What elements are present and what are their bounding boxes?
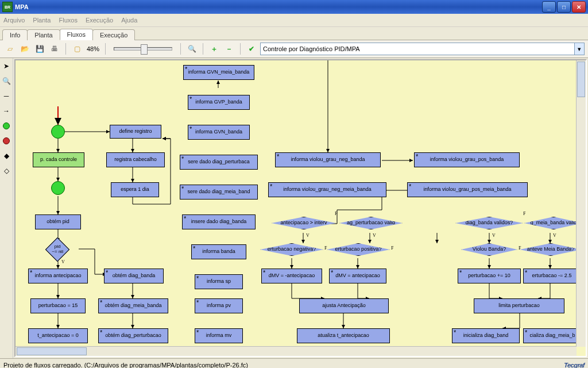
vertical-scrollbar[interactable] <box>576 60 586 347</box>
tab-info[interactable]: Info <box>2 29 28 40</box>
f2: F <box>324 246 327 251</box>
tab-fluxos[interactable]: Fluxos <box>60 29 93 40</box>
menu-fluxos[interactable]: Fluxos <box>59 17 78 24</box>
join-node[interactable] <box>51 181 65 195</box>
informa-banda[interactable]: *informa banda <box>191 244 246 259</box>
perturbacao-plus-10[interactable]: *perturbacao += 10 <box>458 269 521 283</box>
insere-dado-diag-banda[interactable]: *insere dado diag_banda <box>182 214 256 229</box>
sere-dado-diag-meia-band[interactable]: *sere dado diag_meia_band <box>180 185 258 200</box>
side-toolbar: ➤ 🔍 ─ → ◆ ◇ <box>0 58 13 358</box>
diag-banda-validos-decision[interactable]: diag_banda validos? <box>455 217 523 229</box>
informa-violou-grau-pos-banda[interactable]: *informa violou_grau_pos_banda <box>414 152 520 167</box>
maximize-button[interactable]: □ <box>557 1 571 13</box>
dmv-pos[interactable]: *dMV = antecipacao <box>329 269 386 283</box>
menubar: Arquivo Planta Fluxos Execução Ajuda <box>0 14 588 27</box>
obtem-diag-banda[interactable]: *obtém diag_banda <box>104 269 164 283</box>
atualiza-t-antecipacao[interactable]: atualiza t_antecipacao <box>297 328 390 343</box>
manteve-meia-banda-decision[interactable]: anteve Meia Banda? <box>520 243 582 256</box>
obtem-diag-perturbacao[interactable]: *obtém diag_perturbacao <box>98 328 168 343</box>
window-title: MPA <box>15 3 542 10</box>
new-icon[interactable]: ▱ <box>3 43 16 55</box>
registra-cabecalho[interactable]: registra cabecalho <box>106 152 165 167</box>
diamond-tool-icon[interactable]: ◇ <box>1 165 12 177</box>
perturbacao-minus-25[interactable]: *erturbacao -= 2.5 <box>523 269 581 283</box>
close-button[interactable]: ✕ <box>572 1 586 13</box>
ajusta-antecipacao[interactable]: ajusta Antecipação <box>299 298 389 313</box>
inicializa-diag-band[interactable]: *inicializa diag_band <box>452 328 520 343</box>
green-node-tool-icon[interactable] <box>1 120 12 132</box>
informa-violou-grau-neg-meia-banda[interactable]: *informa violou_grau_neg_meia_banda <box>268 182 386 197</box>
limita-perturbacao[interactable]: limita perturbacao <box>474 298 564 313</box>
statusbar-text: Projeto de fluxos carregado. (C:/Arquivo… <box>3 362 248 368</box>
informa-violou-grau-neg-banda[interactable]: *informa violou_grau_neg_banda <box>275 152 381 167</box>
polyshape-tool-icon[interactable]: ◆ <box>1 150 12 162</box>
cializa-diag-meia-b[interactable]: *cializa diag_meia_b <box>523 328 582 343</box>
line-tool-icon[interactable]: ─ <box>1 90 12 102</box>
informa-mv[interactable]: *informa mv <box>195 328 243 343</box>
informa-gvn-banda[interactable]: *informa GVN_banda <box>188 125 250 140</box>
espera-1-dia[interactable]: espera 1 dia <box>111 182 159 197</box>
f4: F <box>519 246 521 251</box>
flow-selector[interactable]: Controle por Diagnóstico PID/MPA ▾ <box>260 43 585 55</box>
sere-dado-diag-perturbaca[interactable]: *sere dado diag_perturbaca <box>180 155 258 170</box>
define-registro[interactable]: define registro <box>110 125 161 139</box>
slider-thumb[interactable] <box>141 44 148 55</box>
zoom-percent: 48% <box>87 45 99 52</box>
check-icon[interactable]: ✔ <box>245 43 258 55</box>
informa-pv[interactable]: *informa pv <box>195 298 243 313</box>
pid-ne-nil-decision[interactable]: pid ~= nil <box>45 237 69 262</box>
tecgraf-logo: Tecgraf <box>564 362 585 368</box>
antecipacao-interv-decision[interactable]: antecipacao > interv <box>272 217 336 229</box>
foreach-controle[interactable]: p. cada controle <box>33 152 84 167</box>
add-icon[interactable]: ＋ <box>208 43 220 55</box>
save-icon[interactable]: 💾 <box>33 43 46 55</box>
menu-execucao[interactable]: Execução <box>86 17 113 24</box>
scrollbar-thumb-v[interactable] <box>577 62 585 97</box>
print-icon[interactable]: 🖶 <box>48 43 61 55</box>
menu-ajuda[interactable]: Ajuda <box>121 17 137 24</box>
f1: F <box>335 211 337 216</box>
perturbacao-15[interactable]: perturbacao = 15 <box>30 298 86 313</box>
g-meia-banda-valid-decision[interactable]: g_meia_banda valid <box>524 217 583 229</box>
perturbacao-positiva-decision[interactable]: erturbacao positiva? <box>327 243 390 256</box>
obtem-pid[interactable]: obtém pid <box>35 214 81 229</box>
start-node[interactable] <box>51 125 65 139</box>
violou-banda-decision[interactable]: Violou Banda? <box>461 243 517 256</box>
perturbacao-negativa-decision[interactable]: erturbacao negativa? <box>260 243 323 256</box>
ag-perturbacao-valid-decision[interactable]: ag_perturbacao valid <box>339 217 403 229</box>
zoom-tool-icon[interactable]: 🔍 <box>185 43 198 55</box>
scrollbar-thumb-h[interactable] <box>17 347 87 355</box>
informa-gvn-meia-banda[interactable]: *informa GVN_meia_banda <box>183 65 254 80</box>
minimize-button[interactable]: _ <box>542 1 556 13</box>
informa-antecipacao[interactable]: *informa antecipacao <box>28 269 88 283</box>
f3: F <box>391 246 393 251</box>
remove-icon[interactable]: － <box>223 43 235 55</box>
menu-arquivo[interactable]: Arquivo <box>3 17 25 24</box>
cursor-tool-icon[interactable]: ➤ <box>1 60 12 72</box>
t-antecipacao-0[interactable]: t_antecipacao = 0 <box>28 328 88 343</box>
dmv-neg[interactable]: *dMV = -antecipacao <box>261 269 322 283</box>
app-icon: BR <box>2 2 13 12</box>
informa-sp[interactable]: *informa sp <box>195 274 243 289</box>
label-v: V <box>61 259 65 264</box>
preview-icon[interactable]: ▢ <box>71 43 83 55</box>
v3: V <box>492 233 496 238</box>
horizontal-scrollbar[interactable] <box>16 346 577 356</box>
tab-planta[interactable]: Planta <box>27 29 60 40</box>
informa-violou-grau-pos-meia-banda[interactable]: *informa violou_grau_pos_meia_banda <box>407 182 528 197</box>
v2: V <box>373 233 376 238</box>
obtem-diag-meia-banda[interactable]: *obtém diag_meia_banda <box>98 298 168 313</box>
red-node-tool-icon[interactable] <box>1 135 12 147</box>
toolbar: ▱ 📂 💾 🖶 ▢ 48% 🔍 ＋ － ✔ Controle por Diagn… <box>0 40 588 58</box>
diagram-canvas[interactable]: p. cada controle obtém pid pid ~= nil V … <box>14 59 587 357</box>
dropdown-icon[interactable]: ▾ <box>574 43 584 55</box>
zoom-slider[interactable] <box>114 47 172 51</box>
flow-selector-text: Controle por Diagnóstico PID/MPA <box>263 45 360 52</box>
menu-planta[interactable]: Planta <box>33 17 51 24</box>
v4: V <box>553 233 556 238</box>
open-icon[interactable]: 📂 <box>18 43 31 55</box>
arrow-tool-icon[interactable]: → <box>1 105 12 117</box>
informa-gvp-banda[interactable]: *informa GVP_banda <box>188 95 250 110</box>
tab-execucao[interactable]: Execução <box>92 29 135 40</box>
zoom-tool2-icon[interactable]: 🔍 <box>1 75 12 87</box>
